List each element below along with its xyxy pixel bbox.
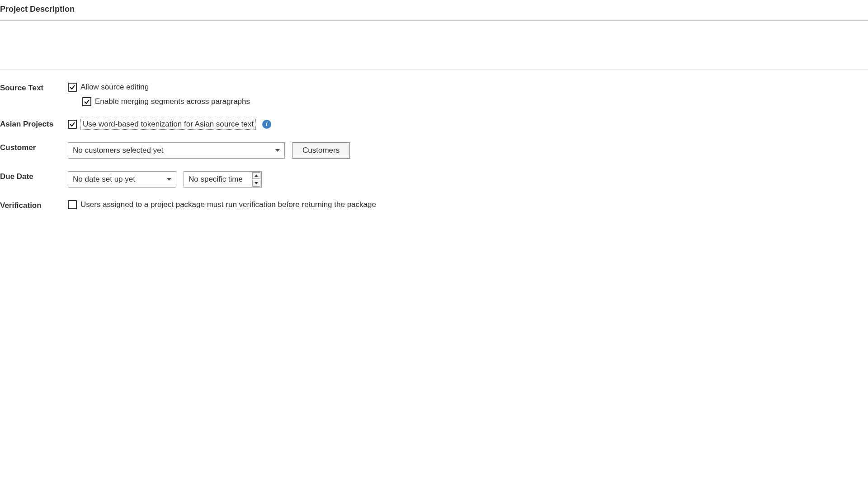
source-text-label: Source Text bbox=[0, 83, 68, 106]
project-description-textarea[interactable] bbox=[0, 20, 868, 70]
time-increment-button[interactable] bbox=[252, 172, 260, 179]
allow-source-editing-label: Allow source editing bbox=[80, 83, 149, 92]
customer-dropdown[interactable]: No customers selected yet bbox=[68, 142, 285, 159]
due-date-dropdown[interactable]: No date set up yet bbox=[68, 171, 176, 188]
asian-projects-label: Asian Projects bbox=[0, 119, 68, 130]
due-date-value: No date set up yet bbox=[73, 175, 135, 184]
customer-dropdown-value: No customers selected yet bbox=[73, 146, 163, 155]
arrow-up-icon bbox=[255, 174, 258, 177]
customer-label: Customer bbox=[0, 142, 68, 159]
project-description-header: Project Description bbox=[0, 0, 868, 19]
customers-button[interactable]: Customers bbox=[292, 142, 350, 159]
info-icon[interactable]: i bbox=[262, 120, 271, 129]
allow-source-editing-checkbox[interactable] bbox=[68, 83, 77, 92]
asian-tokenization-checkbox[interactable] bbox=[68, 120, 77, 129]
asian-tokenization-label: Use word-based tokenization for Asian so… bbox=[80, 119, 256, 130]
verification-checkbox-label: Users assigned to a project package must… bbox=[80, 200, 376, 209]
due-time-value: No specific time bbox=[184, 172, 252, 187]
time-decrement-button[interactable] bbox=[252, 180, 260, 187]
due-date-label: Due Date bbox=[0, 171, 68, 188]
enable-merging-label: Enable merging segments across paragraph… bbox=[95, 97, 250, 106]
chevron-down-icon bbox=[275, 149, 280, 152]
arrow-down-icon bbox=[255, 182, 258, 184]
due-time-spinner[interactable]: No specific time bbox=[184, 171, 262, 188]
enable-merging-checkbox[interactable] bbox=[82, 97, 91, 106]
verification-checkbox[interactable] bbox=[68, 200, 77, 209]
verification-label: Verification bbox=[0, 200, 68, 210]
chevron-down-icon bbox=[167, 178, 171, 181]
